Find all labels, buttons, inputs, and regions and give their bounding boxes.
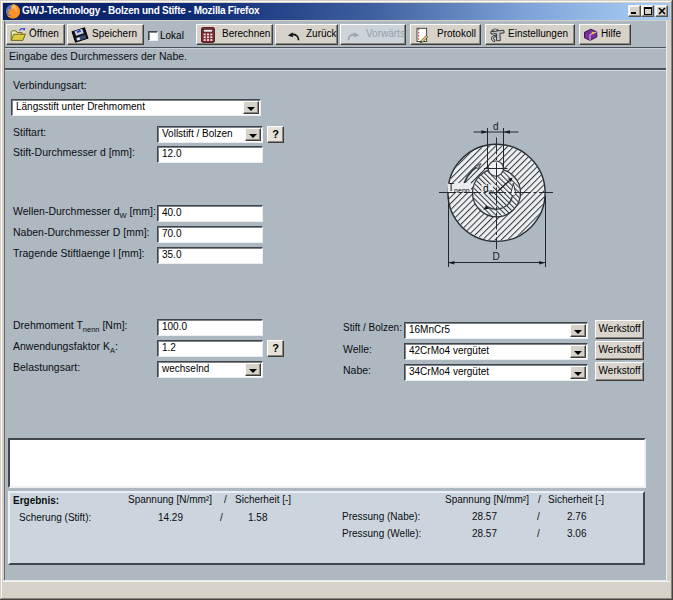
svg-text:D: D: [492, 251, 499, 262]
svg-text:d: d: [493, 121, 499, 132]
